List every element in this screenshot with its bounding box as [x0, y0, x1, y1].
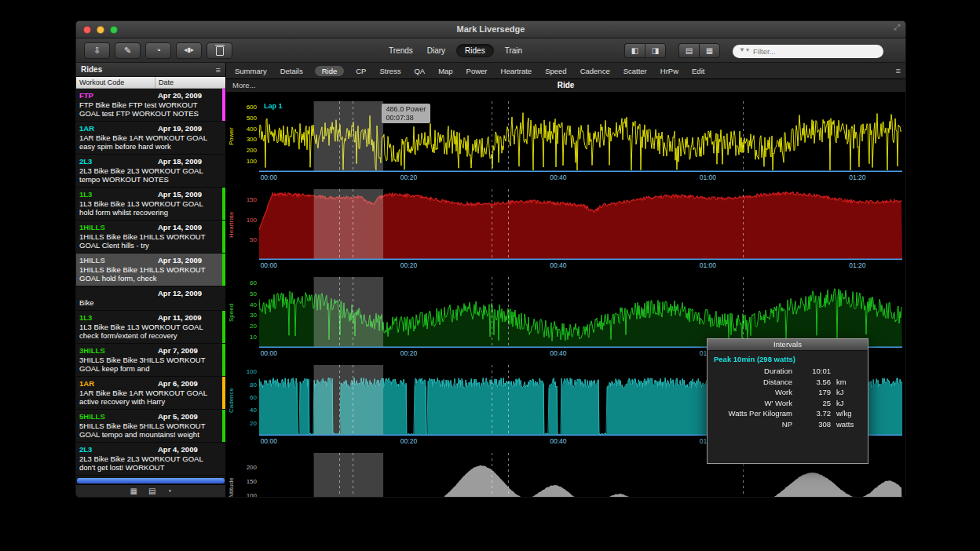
column-workout-code[interactable]: Workout Code: [76, 78, 155, 86]
intervals-button[interactable]: ◂▮▸: [176, 42, 202, 59]
tab-cadence[interactable]: Cadence: [579, 66, 612, 76]
y-tick-label: 20: [250, 420, 257, 427]
toolbar-tab-train[interactable]: Train: [502, 45, 525, 57]
folder-icon[interactable]: ▤: [148, 487, 155, 495]
tooltip-time-value: 00:07:38: [386, 114, 426, 122]
toggle-panel-button[interactable]: ◨: [645, 43, 666, 58]
ride-date: Apr 20, 2009: [158, 91, 216, 100]
interval-label: W' Work: [714, 398, 792, 409]
toolbar: ⇩ ✎ ◔ ◂▮▸ TrendsDiaryRidesTrain ◧ ◨ ▤ ▦ …: [76, 38, 905, 63]
ride-list-item[interactable]: 1L3Apr 11, 20091L3 Bike Bike 1L3 WORKOUT…: [76, 311, 225, 344]
tab-details[interactable]: Details: [279, 66, 305, 76]
y-axis-title: Cadence: [226, 365, 236, 436]
interval-unit: [836, 366, 861, 377]
ride-description: 1HILLS Bike Bike 1HILLS WORKOUT GOAL hol…: [79, 265, 216, 283]
ride-list-item[interactable]: 1ARApr 19, 20091AR Bike Bike 1AR WORKOUT…: [76, 122, 225, 155]
sidebar-column-headers: Workout Code Date: [76, 77, 225, 89]
tab-scatter[interactable]: Scatter: [622, 66, 649, 76]
tooltip-power-value: 486.0 Power: [386, 105, 426, 114]
fullscreen-icon[interactable]: ⤢: [894, 23, 900, 32]
ride-list-item[interactable]: 1HILLSApr 13, 20091HILLS Bike Bike 1HILL…: [76, 254, 225, 286]
toolbar-tab-rides[interactable]: Rides: [456, 44, 494, 57]
ride-date: Apr 18, 2009: [158, 157, 216, 166]
chart-plot[interactable]: Lap 1486.0 Power00:07:38: [259, 101, 902, 172]
x-tick-label: 00:20: [400, 349, 417, 357]
ride-list-item[interactable]: 3HILLSApr 7, 20093HILLS Bike Bike 3HILLS…: [76, 344, 225, 377]
ride-date: Apr 7, 2009: [158, 346, 216, 355]
x-tick-label: 00:00: [261, 173, 277, 181]
x-tick-label: 01:20: [849, 261, 865, 269]
sidebar: Rides ≡ Workout Code Date FTPApr 20, 200…: [76, 63, 226, 497]
tab-heartrate[interactable]: Heartrate: [499, 66, 534, 76]
delete-button[interactable]: [207, 42, 232, 59]
tab-cp[interactable]: CP: [354, 66, 368, 76]
tab-summary[interactable]: Summary: [233, 66, 269, 76]
tab-stress[interactable]: Stress: [378, 66, 402, 76]
speed-chart-canvas[interactable]: [259, 277, 902, 348]
view-rows-button[interactable]: ▤: [678, 43, 699, 58]
interval-stat-row: Watts Per Kilogram3.72w/kg: [714, 408, 861, 419]
ride-date: Apr 6, 2009: [158, 379, 216, 388]
download-button[interactable]: ⇩: [84, 42, 110, 59]
clock-icon[interactable]: ◔: [166, 487, 171, 495]
interval-heading[interactable]: Peak 10min (298 watts): [714, 355, 861, 363]
interval-unit: kJ: [836, 387, 861, 398]
window-titlebar[interactable]: Mark Liversedge ⤢: [76, 21, 905, 38]
ride-list-item[interactable]: FTPApr 20, 2009FTP Bike Bike FTP test WO…: [76, 89, 225, 122]
filter-input[interactable]: [733, 45, 883, 58]
ride-list-item[interactable]: Apr 12, 2009Bike: [76, 286, 225, 311]
tab-qa[interactable]: QA: [412, 66, 426, 76]
ride-date: Apr 14, 2009: [158, 223, 216, 232]
ride-list-item[interactable]: 1L3Apr 15, 20091L3 Bike Bike 1L3 WORKOUT…: [76, 188, 225, 221]
ride-list-item[interactable]: 1HILLSApr 14, 20091HILLS Bike Bike 1HILL…: [76, 221, 225, 254]
main-menu-icon[interactable]: ≡: [896, 66, 901, 75]
tab-speed[interactable]: Speed: [543, 66, 568, 76]
tab-power[interactable]: Power: [465, 66, 489, 76]
view-grid-button[interactable]: ▦: [699, 43, 720, 58]
maximize-button[interactable]: [110, 26, 118, 34]
tab-hrpw[interactable]: HrPw: [659, 66, 680, 76]
column-date[interactable]: Date: [155, 77, 225, 88]
y-tick-label: 10: [250, 334, 257, 341]
window-controls: [83, 21, 118, 38]
x-tick-label: 00:20: [400, 261, 417, 269]
power-chart-canvas[interactable]: [259, 101, 902, 172]
interval-unit: watts: [836, 419, 861, 430]
ride-date: Apr 12, 2009: [158, 289, 216, 297]
ride-list-item[interactable]: 2L3Apr 18, 20092L3 Bike Bike 2L3 WORKOUT…: [76, 155, 225, 188]
view-grid-icon: ▦: [706, 46, 713, 55]
sidebar-menu-icon[interactable]: ≡: [216, 65, 221, 75]
heartrate-chart-canvas[interactable]: [259, 189, 902, 260]
toggle-sidebar-button[interactable]: ◧: [624, 43, 645, 58]
intervals-popup-titlebar[interactable]: Intervals: [708, 339, 868, 351]
chart-plot[interactable]: [259, 277, 902, 348]
trash-icon: [216, 46, 224, 56]
x-tick-label: 00:40: [550, 349, 566, 357]
chart-plot[interactable]: [259, 189, 902, 260]
ride-list-item[interactable]: 1L3Apr 3, 2009: [76, 476, 225, 477]
toolbar-tab-diary[interactable]: Diary: [424, 45, 448, 57]
minimize-button[interactable]: [97, 26, 104, 34]
edit-icon: ✎: [124, 46, 131, 55]
ride-description: 1L3 Bike Bike 1L3 WORKOUT GOAL hold form…: [79, 199, 216, 217]
intervals-popup: Intervals Peak 10min (298 watts) Duratio…: [707, 338, 868, 464]
tab-map[interactable]: Map: [437, 66, 454, 76]
calendar-icon[interactable]: ▦: [130, 487, 137, 495]
intervals-popup-body: Peak 10min (298 watts) Duration10:01Dist…: [708, 351, 868, 433]
edit-button[interactable]: ✎: [115, 42, 141, 59]
stopwatch-button[interactable]: ◔: [145, 42, 171, 59]
interval-label: Duration: [714, 366, 792, 377]
ride-list-item[interactable]: 1ARApr 6, 20091AR Bike Bike 1AR WORKOUT …: [76, 377, 225, 410]
sidebar-scrollbar[interactable]: [77, 478, 225, 483]
charts-area: Power600500400300200100Lap 1486.0 Power0…: [226, 92, 905, 497]
close-button[interactable]: [83, 26, 91, 34]
ride-date: Apr 4, 2009: [158, 445, 216, 454]
ride-list-item[interactable]: 2L3Apr 4, 20092L3 Bike Bike 2L3 WORKOUT …: [76, 443, 225, 476]
interval-value: 10:01: [798, 366, 831, 377]
toolbar-tab-trends[interactable]: Trends: [386, 45, 416, 57]
x-tick-label: 00:40: [550, 173, 566, 181]
tab-ride[interactable]: Ride: [315, 66, 345, 76]
tab-edit[interactable]: Edit: [690, 66, 706, 76]
ride-list-item[interactable]: 5HILLSApr 5, 20095HILLS Bike Bike 5HILLS…: [76, 410, 225, 443]
ride-color-strip: [222, 188, 225, 220]
